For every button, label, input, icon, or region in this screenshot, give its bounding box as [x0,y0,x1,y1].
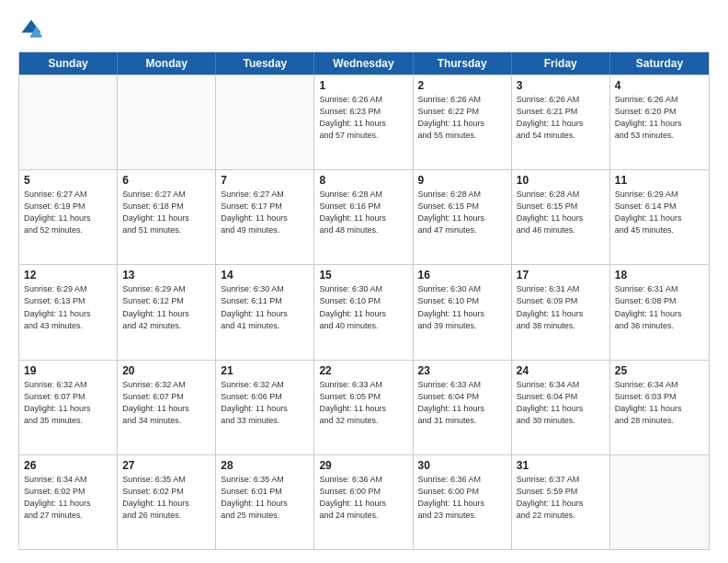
calendar-cell: 29Sunrise: 6:36 AM Sunset: 6:00 PM Dayli… [314,455,413,549]
calendar-cell: 19Sunrise: 6:32 AM Sunset: 6:07 PM Dayli… [19,361,118,454]
cell-day-number: 9 [418,174,506,187]
cell-info: Sunrise: 6:34 AM Sunset: 6:04 PM Dayligh… [517,379,605,427]
cell-info: Sunrise: 6:32 AM Sunset: 6:07 PM Dayligh… [24,379,112,427]
cell-day-number: 5 [24,174,112,187]
calendar-cell: 20Sunrise: 6:32 AM Sunset: 6:07 PM Dayli… [118,361,216,454]
calendar-cell [610,455,709,549]
calendar-row: 26Sunrise: 6:34 AM Sunset: 6:02 PM Dayli… [19,454,709,549]
calendar-cell: 5Sunrise: 6:27 AM Sunset: 6:19 PM Daylig… [19,170,118,264]
cell-day-number: 11 [615,174,704,187]
cell-day-number: 13 [122,269,210,282]
calendar-cell: 24Sunrise: 6:34 AM Sunset: 6:04 PM Dayli… [512,361,610,454]
calendar-cell: 11Sunrise: 6:29 AM Sunset: 6:14 PM Dayli… [610,170,709,264]
calendar: SundayMondayTuesdayWednesdayThursdayFrid… [18,52,710,550]
weekday-header: Friday [512,52,610,75]
cell-day-number: 12 [24,269,112,282]
cell-day-number: 24 [517,364,605,377]
calendar-cell: 3Sunrise: 6:26 AM Sunset: 6:21 PM Daylig… [512,75,610,169]
weekday-header: Saturday [610,52,709,75]
cell-day-number: 26 [24,459,112,472]
cell-info: Sunrise: 6:29 AM Sunset: 6:12 PM Dayligh… [122,283,210,331]
cell-day-number: 23 [418,364,506,377]
calendar-body: 1Sunrise: 6:26 AM Sunset: 6:23 PM Daylig… [19,75,709,549]
logo-icon [18,17,44,42]
calendar-cell: 23Sunrise: 6:33 AM Sunset: 6:04 PM Dayli… [414,361,512,454]
cell-info: Sunrise: 6:31 AM Sunset: 6:08 PM Dayligh… [615,283,704,331]
calendar-cell: 30Sunrise: 6:36 AM Sunset: 6:00 PM Dayli… [414,455,512,549]
cell-info: Sunrise: 6:29 AM Sunset: 6:13 PM Dayligh… [24,283,112,331]
cell-day-number: 14 [221,269,309,282]
calendar-cell [19,75,118,169]
cell-day-number: 4 [615,79,704,92]
cell-day-number: 2 [418,79,506,92]
calendar-cell: 9Sunrise: 6:28 AM Sunset: 6:15 PM Daylig… [414,170,512,264]
calendar-cell: 21Sunrise: 6:32 AM Sunset: 6:06 PM Dayli… [216,361,314,454]
cell-day-number: 1 [319,79,407,92]
cell-info: Sunrise: 6:26 AM Sunset: 6:21 PM Dayligh… [517,94,605,142]
calendar-cell: 14Sunrise: 6:30 AM Sunset: 6:11 PM Dayli… [216,265,314,359]
calendar-cell: 27Sunrise: 6:35 AM Sunset: 6:02 PM Dayli… [118,455,216,549]
calendar-cell: 12Sunrise: 6:29 AM Sunset: 6:13 PM Dayli… [19,265,118,359]
calendar-cell: 31Sunrise: 6:37 AM Sunset: 5:59 PM Dayli… [512,455,610,549]
calendar-cell: 10Sunrise: 6:28 AM Sunset: 6:15 PM Dayli… [512,170,610,264]
cell-day-number: 28 [221,459,309,472]
cell-info: Sunrise: 6:33 AM Sunset: 6:05 PM Dayligh… [319,379,407,427]
cell-info: Sunrise: 6:32 AM Sunset: 6:07 PM Dayligh… [122,379,210,427]
cell-info: Sunrise: 6:28 AM Sunset: 6:15 PM Dayligh… [418,189,506,236]
cell-day-number: 29 [319,459,407,472]
cell-info: Sunrise: 6:27 AM Sunset: 6:18 PM Dayligh… [122,189,210,236]
cell-day-number: 19 [24,364,112,377]
cell-day-number: 31 [517,459,605,472]
cell-info: Sunrise: 6:26 AM Sunset: 6:23 PM Dayligh… [319,94,407,142]
calendar-cell: 18Sunrise: 6:31 AM Sunset: 6:08 PM Dayli… [610,265,709,359]
cell-day-number: 6 [122,174,210,187]
calendar-cell [216,75,314,169]
cell-info: Sunrise: 6:30 AM Sunset: 6:10 PM Dayligh… [418,283,506,331]
cell-day-number: 20 [122,364,210,377]
cell-info: Sunrise: 6:37 AM Sunset: 5:59 PM Dayligh… [517,474,605,522]
calendar-row: 5Sunrise: 6:27 AM Sunset: 6:19 PM Daylig… [19,169,709,264]
cell-info: Sunrise: 6:29 AM Sunset: 6:14 PM Dayligh… [615,189,704,236]
cell-info: Sunrise: 6:27 AM Sunset: 6:17 PM Dayligh… [221,189,309,236]
calendar-row: 12Sunrise: 6:29 AM Sunset: 6:13 PM Dayli… [19,264,709,359]
cell-info: Sunrise: 6:26 AM Sunset: 6:22 PM Dayligh… [418,94,506,142]
calendar-row: 1Sunrise: 6:26 AM Sunset: 6:23 PM Daylig… [19,75,709,169]
calendar-cell [118,75,216,169]
calendar-header: SundayMondayTuesdayWednesdayThursdayFrid… [19,52,709,75]
cell-info: Sunrise: 6:34 AM Sunset: 6:03 PM Dayligh… [615,379,704,427]
calendar-cell: 6Sunrise: 6:27 AM Sunset: 6:18 PM Daylig… [118,170,216,264]
weekday-header: Tuesday [216,52,314,75]
calendar-cell: 16Sunrise: 6:30 AM Sunset: 6:10 PM Dayli… [414,265,512,359]
cell-info: Sunrise: 6:33 AM Sunset: 6:04 PM Dayligh… [418,379,506,427]
cell-day-number: 16 [418,269,506,282]
calendar-cell: 15Sunrise: 6:30 AM Sunset: 6:10 PM Dayli… [314,265,413,359]
calendar-cell: 28Sunrise: 6:35 AM Sunset: 6:01 PM Dayli… [216,455,314,549]
calendar-cell: 25Sunrise: 6:34 AM Sunset: 6:03 PM Dayli… [610,361,709,454]
calendar-cell: 2Sunrise: 6:26 AM Sunset: 6:22 PM Daylig… [414,75,512,169]
cell-day-number: 8 [319,174,407,187]
calendar-row: 19Sunrise: 6:32 AM Sunset: 6:07 PM Dayli… [19,360,709,454]
cell-day-number: 10 [517,174,605,187]
cell-day-number: 3 [517,79,605,92]
cell-info: Sunrise: 6:35 AM Sunset: 6:01 PM Dayligh… [221,474,309,522]
page: SundayMondayTuesdayWednesdayThursdayFrid… [0,0,728,563]
cell-day-number: 25 [615,364,704,377]
cell-info: Sunrise: 6:30 AM Sunset: 6:10 PM Dayligh… [319,283,407,331]
calendar-cell: 7Sunrise: 6:27 AM Sunset: 6:17 PM Daylig… [216,170,314,264]
cell-info: Sunrise: 6:28 AM Sunset: 6:16 PM Dayligh… [319,189,407,236]
weekday-header: Thursday [414,52,512,75]
cell-info: Sunrise: 6:31 AM Sunset: 6:09 PM Dayligh… [517,283,605,331]
calendar-cell: 13Sunrise: 6:29 AM Sunset: 6:12 PM Dayli… [118,265,216,359]
cell-info: Sunrise: 6:36 AM Sunset: 6:00 PM Dayligh… [418,474,506,522]
cell-day-number: 30 [418,459,506,472]
cell-info: Sunrise: 6:27 AM Sunset: 6:19 PM Dayligh… [24,189,112,236]
cell-day-number: 27 [122,459,210,472]
cell-info: Sunrise: 6:28 AM Sunset: 6:15 PM Dayligh… [517,189,605,236]
calendar-cell: 8Sunrise: 6:28 AM Sunset: 6:16 PM Daylig… [314,170,413,264]
weekday-header: Monday [118,52,216,75]
weekday-header: Wednesday [314,52,413,75]
calendar-cell: 26Sunrise: 6:34 AM Sunset: 6:02 PM Dayli… [19,455,118,549]
cell-info: Sunrise: 6:36 AM Sunset: 6:00 PM Dayligh… [319,474,407,522]
cell-day-number: 21 [221,364,309,377]
cell-day-number: 18 [615,269,704,282]
